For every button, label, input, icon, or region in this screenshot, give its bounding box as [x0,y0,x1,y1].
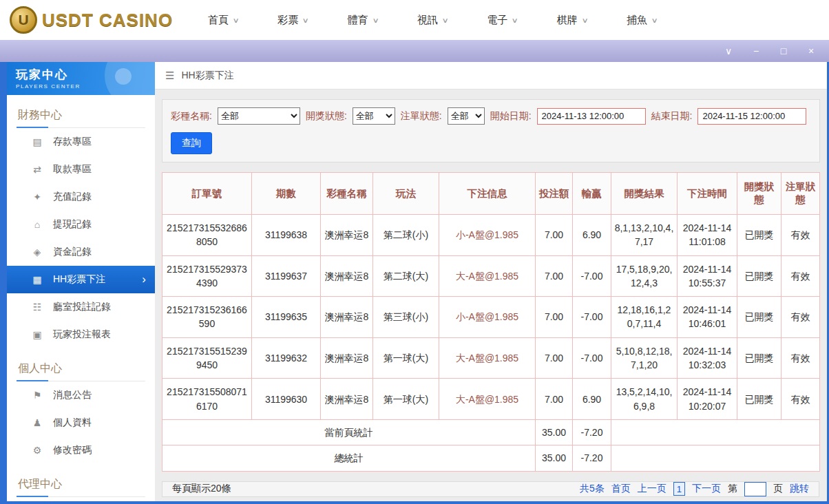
nav-item-label: 電子 [487,14,507,27]
table-header-row: 訂單號期數彩種名稱玩法下注信息投注額輸贏開獎結果下注時間開獎狀態注單狀態 [162,173,820,215]
cell-bet-info: 小-A盤@1.985 [439,297,536,338]
sidebar-item[interactable]: ♟個人資料 [7,409,155,437]
chevron-right-icon: › [142,273,146,286]
jump-suffix-label: 页 [773,483,783,495]
lottery-name-select[interactable]: 全部 [218,107,300,125]
cell-lottery-name: 澳洲幸运8 [321,297,373,338]
draw-status-select[interactable]: 全部 [353,107,395,125]
recharge-record-icon: ✦ [32,191,43,202]
sidebar-item[interactable]: ▣玩家投注報表 [7,321,155,348]
menu-icon[interactable]: ☰ [165,70,174,82]
nav-item-5[interactable]: 電子∨ [487,14,517,27]
next-page-link[interactable]: 下一页 [692,483,721,495]
cell-play-type: 第二球(大) [373,255,439,297]
current-page-indicator[interactable]: 1 [673,482,685,496]
profile-icon: ♟ [32,417,43,428]
cell-draw-result: 13,5,2,14,10,6,9,8 [611,379,678,420]
search-button[interactable]: 查詢 [171,132,212,154]
sidebar-menu: 財務中心▤存款專區⇄取款專區✦充值記錄⌂提現記錄◈資金記錄▦HH彩票下注›☷廳室… [7,102,155,497]
cell-bet-time: 2024-11-14 10:32:03 [678,337,737,379]
brand-logo[interactable]: U USDT CASINO [10,6,176,34]
cell-period: 31199635 [252,297,321,338]
nav-item-2[interactable]: 彩票∨ [277,14,308,27]
cell-play-type: 第一球(大) [373,337,439,379]
cell-lottery-name: 澳洲幸运8 [321,255,373,297]
cell-play-type: 第三球(小) [373,297,439,338]
cell-draw-status: 已開獎 [737,337,781,379]
col-header-order-status: 注單狀態 [781,173,820,215]
nav-item-label: 捕魚 [627,14,647,27]
maximize-icon[interactable]: □ [778,46,789,56]
cell-period: 31199630 [252,379,321,420]
sidebar-item-label: HH彩票下注 [53,273,105,286]
cell-draw-result: 5,10,8,12,18,7,1,20 [611,337,678,379]
chevron-down-icon: ∨ [233,17,240,24]
sidebar-item-label: 消息公告 [53,389,92,401]
draw-status-label: 開獎狀態: [306,110,347,123]
sidebar-item-label: 存款專區 [53,136,92,148]
summary-winloss-total: -7.20 [573,419,611,445]
start-date-input[interactable] [537,108,646,125]
nav-item-label: 棋牌 [557,14,578,27]
col-header-period: 期數 [252,173,321,215]
summary-bet-total: 35.00 [536,419,573,445]
nav-item-3[interactable]: 體育∨ [348,14,378,27]
sidebar-item-label: 充值記錄 [53,191,92,203]
chevron-down-icon: ∨ [302,17,309,24]
logo-text: USDT CASINO [42,10,173,31]
table-row: 215217315508071617031199630澳洲幸运8第一球(大)大-… [162,379,820,420]
top-header: U USDT CASINO 首頁∨彩票∨體育∨視訊∨電子∨棋牌∨捕魚∨ [0,0,829,40]
sidebar-item[interactable]: ⚑消息公告 [7,381,155,409]
chevron-down-icon: ∨ [651,17,658,24]
order-status-select[interactable]: 全部 [448,107,485,125]
jump-prefix-label: 第 [728,483,737,495]
jump-button[interactable]: 跳转 [790,483,809,495]
close-icon[interactable]: × [806,46,817,56]
cell-order-no: 215217315236166590 [162,297,252,338]
jump-page-input[interactable] [744,482,766,496]
sidebar-item[interactable]: ⌂提現記錄 [7,211,155,238]
lottery-name-label: 彩種名稱: [171,110,212,123]
first-page-link[interactable]: 首页 [611,483,631,495]
summary-empty-cell [611,419,820,445]
filter-panel: 彩種名稱: 全部 開獎狀態: 全部 注單狀態: 全部 開始日期: 結束日期: 查… [162,99,820,162]
sidebar-section-header: 個人中心 [17,355,145,381]
end-date-input[interactable] [697,108,806,125]
sidebar-subtitle: PLAYERS CENTER [16,83,155,90]
prev-page-link[interactable]: 上一页 [638,483,667,495]
col-header-play-type: 玩法 [373,173,439,215]
start-date-label: 開始日期: [490,110,532,123]
sidebar-item[interactable]: ☷廳室投註記錄 [7,293,155,321]
bet-records-table: 訂單號期數彩種名稱玩法下注信息投注額輸贏開獎結果下注時間開獎狀態注單狀態 215… [162,172,820,472]
nav-item-label: 視訊 [417,14,438,27]
sidebar-header: 玩家中心 PLAYERS CENTER [7,62,155,95]
sidebar-item[interactable]: ▤存款專區 [7,128,155,156]
col-header-order-no: 訂單號 [162,173,252,215]
per-page-text: 每頁顯示20條 [172,483,231,495]
sidebar-item[interactable]: ⇄取款專區 [7,156,155,183]
collapse-icon[interactable]: ∨ [723,46,734,56]
withdraw-icon: ⇄ [32,164,43,175]
chevron-down-icon: ∨ [372,17,379,24]
sidebar-item[interactable]: ✦充值記錄 [7,183,155,211]
cell-win-loss: 6.90 [573,215,611,256]
cell-bet-time: 2024-11-14 10:46:01 [678,297,737,338]
sidebar-item[interactable]: ▦HH彩票下注› [7,266,155,293]
minimize-icon[interactable]: − [751,46,762,56]
nav-item-6[interactable]: 棋牌∨ [557,14,587,27]
sidebar-item-label: 修改密碼 [53,444,92,456]
cell-bet-amount: 7.00 [536,255,573,297]
total-count: 共5条 [580,483,605,495]
nav-item-4[interactable]: 視訊∨ [417,14,448,27]
cell-bet-amount: 7.00 [536,379,573,420]
summary-row: 總統計35.00-7.20 [162,445,820,471]
cell-lottery-name: 澳洲幸运8 [321,379,373,420]
sidebar-item[interactable]: ◈資金記錄 [7,238,155,266]
change-password-icon: ⚙ [32,445,43,456]
nav-item-7[interactable]: 捕魚∨ [627,14,657,27]
sidebar-item[interactable]: ⚙修改密碼 [7,437,155,464]
cell-bet-info: 小-A盤@1.985 [439,215,536,256]
sidebar-item-label: 取款專區 [53,163,92,176]
nav-item-1[interactable]: 首頁∨ [208,14,238,27]
summary-row: 當前頁統計35.00-7.20 [162,419,820,445]
